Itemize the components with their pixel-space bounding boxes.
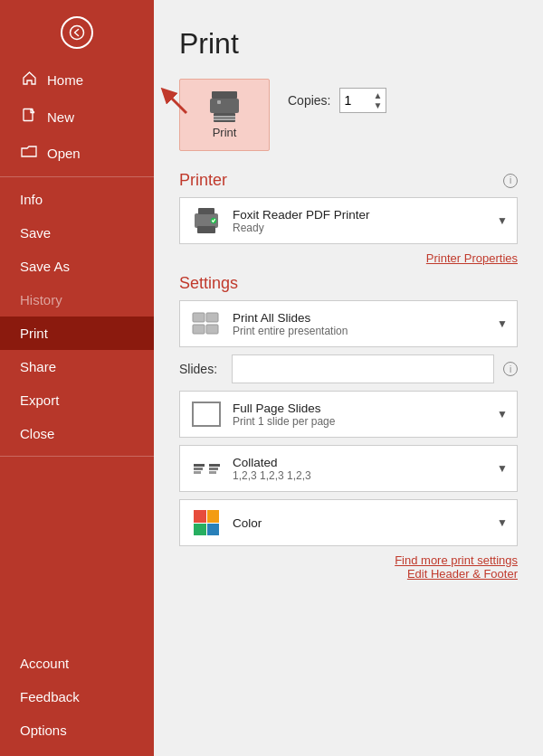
back-button[interactable] [0, 0, 154, 61]
color-arrow-icon: ▼ [497, 516, 508, 529]
divider-2 [0, 456, 154, 457]
sidebar-item-info-label: Info [20, 192, 43, 207]
slides-range-main: Print All Slides [233, 311, 497, 325]
printer-dropdown[interactable]: Foxit Reader PDF Printer Ready ▼ [179, 197, 518, 244]
color-icon [189, 510, 224, 535]
copies-spinner[interactable]: ▲ ▼ [374, 91, 383, 110]
back-circle-icon[interactable] [61, 16, 93, 49]
sidebar-item-save-label: Save [20, 225, 51, 241]
print-button[interactable]: Print [179, 79, 270, 151]
sidebar-item-share-label: Share [20, 359, 56, 374]
settings-links-row: Find more print settings Edit Header & F… [179, 553, 518, 581]
svg-rect-4 [212, 91, 237, 99]
sidebar-item-account-label: Account [20, 656, 69, 671]
page-layout-dropdown[interactable]: Full Page Slides Print 1 slide per page … [179, 391, 518, 438]
svg-point-0 [71, 26, 84, 40]
printer-dropdown-arrow-icon: ▼ [497, 214, 508, 227]
page-layout-arrow-icon: ▼ [497, 408, 508, 421]
sidebar-bottom: Account Feedback Options [0, 647, 154, 756]
sidebar-item-save[interactable]: Save [0, 216, 154, 250]
page-layout-main: Full Page Slides [233, 402, 497, 415]
slides-range-text: Print All Slides Print entire presentati… [233, 311, 497, 337]
sidebar-item-print-label: Print [20, 326, 48, 341]
color-dropdown[interactable]: Color ▼ [179, 499, 518, 546]
sidebar-item-history[interactable]: History [0, 283, 154, 317]
printer-properties-link[interactable]: Printer Properties [179, 251, 518, 265]
svg-rect-17 [206, 325, 218, 334]
printer-info-icon[interactable]: i [503, 174, 518, 188]
sidebar-item-print[interactable]: Print [0, 317, 154, 350]
svg-rect-16 [193, 325, 205, 334]
copies-row: Copies: 1 ▲ ▼ [288, 88, 386, 113]
page-layout-icon [189, 402, 224, 427]
printer-name-text: Foxit Reader PDF Printer Ready [233, 208, 497, 234]
page-layout-text: Full Page Slides Print 1 slide per page [233, 402, 497, 428]
sidebar-nav: Home New Open Info [0, 61, 154, 647]
edit-header-link[interactable]: Edit Header & Footer [179, 567, 518, 581]
sidebar-item-feedback-label: Feedback [20, 689, 80, 704]
color-main: Color [233, 516, 497, 530]
divider-1 [0, 176, 154, 177]
sidebar-item-export-label: Export [20, 392, 59, 408]
svg-rect-11 [198, 208, 214, 214]
sidebar-item-close[interactable]: Close [0, 417, 154, 450]
slides-range-dropdown[interactable]: Print All Slides Print entire presentati… [179, 300, 518, 347]
slides-input[interactable] [232, 354, 494, 383]
sidebar-item-history-label: History [20, 292, 62, 307]
sidebar: Home New Open Info [0, 0, 154, 756]
page-title: Print [179, 27, 518, 61]
svg-rect-5 [210, 99, 239, 113]
sidebar-item-saveas[interactable]: Save As [0, 250, 154, 283]
sidebar-item-export[interactable]: Export [0, 383, 154, 417]
page-layout-sub: Print 1 slide per page [233, 415, 497, 428]
svg-rect-15 [206, 313, 218, 322]
slides-range-sub: Print entire presentation [233, 325, 497, 337]
print-action-area: Print Copies: 1 ▲ ▼ [179, 79, 518, 151]
svg-rect-9 [214, 118, 235, 120]
slides-range-arrow-icon: ▼ [497, 317, 508, 330]
sidebar-item-home[interactable]: Home [0, 61, 154, 99]
find-more-link[interactable]: Find more print settings [179, 553, 518, 567]
collation-icon [189, 464, 224, 474]
sidebar-item-new[interactable]: New [0, 99, 154, 136]
slides-info-icon[interactable]: i [503, 362, 518, 376]
sidebar-item-account[interactable]: Account [0, 647, 154, 680]
sidebar-item-saveas-label: Save As [20, 259, 70, 274]
copies-down-button[interactable]: ▼ [374, 101, 383, 110]
printer-status: Ready [233, 222, 497, 234]
sidebar-item-new-label: New [47, 109, 74, 125]
svg-rect-8 [214, 116, 235, 118]
sidebar-item-info[interactable]: Info [0, 183, 154, 216]
collation-dropdown[interactable]: Collated 1,2,3 1,2,3 1,2,3 ▼ [179, 445, 518, 492]
settings-section-header: Settings [179, 274, 518, 293]
slides-label: Slides: [179, 362, 223, 376]
slides-input-row: Slides: i [179, 354, 518, 383]
printer-name: Foxit Reader PDF Printer [233, 208, 497, 222]
printer-icon [206, 91, 243, 122]
sidebar-item-close-label: Close [20, 426, 54, 441]
open-icon [20, 145, 38, 162]
sidebar-item-feedback[interactable]: Feedback [0, 680, 154, 713]
collation-sub: 1,2,3 1,2,3 1,2,3 [233, 469, 497, 482]
copies-up-button[interactable]: ▲ [374, 91, 383, 100]
printer-properties-row: Printer Properties [179, 251, 518, 265]
collation-main: Collated [233, 456, 497, 469]
sidebar-item-options-label: Options [20, 723, 67, 738]
svg-rect-14 [193, 313, 205, 322]
copies-label: Copies: [288, 93, 330, 108]
print-btn-label: Print [213, 126, 237, 139]
sidebar-item-options[interactable]: Options [0, 713, 154, 747]
settings-heading: Settings [179, 274, 238, 293]
svg-rect-12 [197, 226, 215, 233]
sidebar-item-open-label: Open [47, 146, 81, 161]
home-icon [20, 71, 38, 90]
copies-value: 1 [344, 93, 351, 108]
sidebar-item-home-label: Home [47, 72, 83, 88]
collation-arrow-icon: ▼ [497, 462, 508, 475]
svg-rect-7 [217, 100, 221, 104]
collation-text: Collated 1,2,3 1,2,3 1,2,3 [233, 456, 497, 482]
copies-input-group: 1 ▲ ▼ [339, 88, 386, 113]
sidebar-item-share[interactable]: Share [0, 350, 154, 383]
sidebar-item-open[interactable]: Open [0, 136, 154, 171]
main-content: Print [154, 0, 543, 756]
